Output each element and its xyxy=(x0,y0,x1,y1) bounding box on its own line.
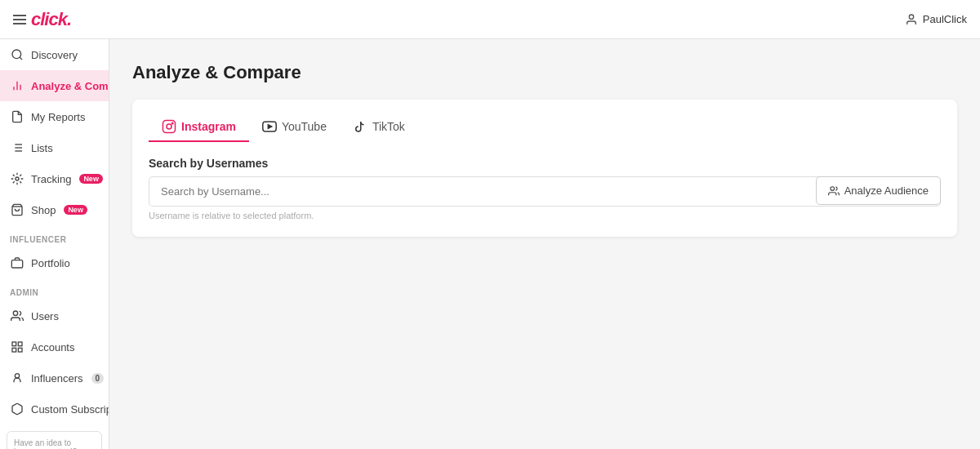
svg-point-0 xyxy=(909,15,913,19)
svg-point-25 xyxy=(831,186,835,190)
topbar: click. PaulClick xyxy=(0,0,980,39)
sidebar-item-custom-subscriptions[interactable]: Custom Subscriptions xyxy=(0,393,109,425)
sidebar-item-label: Tracking xyxy=(31,173,71,185)
svg-point-22 xyxy=(167,124,172,129)
svg-marker-24 xyxy=(268,125,271,129)
svg-line-2 xyxy=(20,57,22,60)
tiktok-icon xyxy=(353,119,368,134)
bar-chart-icon xyxy=(10,78,24,93)
sidebar-item-label: Lists xyxy=(31,142,53,154)
sidebar-item-shop[interactable]: Shop New xyxy=(0,194,109,225)
sidebar: Discovery Analyze & Compare My Reports xyxy=(0,39,109,449)
shop-icon xyxy=(10,202,24,217)
tracking-new-badge: New xyxy=(79,174,103,184)
list-icon xyxy=(10,140,24,155)
sidebar-item-label: Accounts xyxy=(31,341,74,353)
logo-area: click. xyxy=(13,9,71,30)
portfolio-icon xyxy=(10,256,24,270)
tab-youtube-label: YouTube xyxy=(282,120,327,133)
search-hint: Username is relative to selected platfor… xyxy=(149,211,941,220)
sidebar-item-label: Custom Subscriptions xyxy=(31,403,109,416)
analyze-audience-button[interactable]: Analyze Audience xyxy=(816,176,941,205)
sidebar-item-label: My Reports xyxy=(31,111,85,123)
sidebar-item-lists[interactable]: Lists xyxy=(0,132,109,163)
sidebar-item-influencers[interactable]: Influencers 0 xyxy=(0,362,109,393)
svg-rect-16 xyxy=(12,342,16,346)
tabs-card: Instagram YouTube xyxy=(132,100,957,237)
svg-point-15 xyxy=(13,311,17,315)
subscriptions-icon xyxy=(10,402,24,416)
tracking-icon xyxy=(10,171,24,186)
sidebar-item-analyze-compare[interactable]: Analyze & Compare xyxy=(0,70,109,101)
opinion-label: Have an idea to improve our tool? xyxy=(14,438,95,449)
sidebar-item-my-reports[interactable]: My Reports xyxy=(0,101,109,132)
search-input-row: Analyze Audience xyxy=(149,176,941,207)
sidebar-item-label: Discovery xyxy=(31,49,78,61)
analyze-audience-label: Analyze Audience xyxy=(844,184,929,197)
svg-point-1 xyxy=(12,50,21,59)
hamburger-menu[interactable] xyxy=(13,15,26,24)
sidebar-item-label: Analyze & Compare xyxy=(31,80,109,92)
sidebar-item-accounts[interactable]: Accounts xyxy=(0,331,109,362)
tab-instagram[interactable]: Instagram xyxy=(149,113,249,142)
main-layout: Discovery Analyze & Compare My Reports xyxy=(0,39,980,449)
page-title: Analyze & Compare xyxy=(132,62,957,83)
tab-youtube[interactable]: YouTube xyxy=(249,113,340,142)
influencer-section-label: INFLUENCER xyxy=(0,225,109,247)
search-section-title: Search by Usernames xyxy=(149,157,941,170)
svg-rect-21 xyxy=(163,121,176,133)
accounts-icon xyxy=(10,340,24,354)
sidebar-item-label: Influencers xyxy=(31,372,83,385)
youtube-icon xyxy=(262,119,277,134)
sidebar-item-portfolio[interactable]: Portfolio xyxy=(0,247,109,278)
sidebar-item-label: Portfolio xyxy=(31,257,70,269)
user-icon xyxy=(905,13,918,26)
users-icon xyxy=(10,309,24,323)
influencers-count-badge: 0 xyxy=(91,373,105,384)
logo-text: click. xyxy=(31,9,71,30)
file-icon xyxy=(10,109,24,124)
user-menu[interactable]: PaulClick xyxy=(905,13,967,26)
sidebar-item-tracking[interactable]: Tracking New xyxy=(0,163,109,194)
sidebar-item-discovery[interactable]: Discovery xyxy=(0,39,109,70)
analyze-icon xyxy=(828,185,840,197)
instagram-icon xyxy=(162,119,176,134)
influencers-icon xyxy=(10,371,24,385)
sidebar-item-label: Users xyxy=(31,310,59,322)
platform-tabs: Instagram YouTube xyxy=(149,113,941,142)
svg-point-12 xyxy=(16,177,19,180)
shop-new-badge: New xyxy=(64,205,87,215)
svg-rect-17 xyxy=(18,342,22,346)
user-name: PaulClick xyxy=(923,13,967,25)
opinion-box[interactable]: Have an idea to improve our tool? Your o… xyxy=(7,431,102,449)
main-content: Analyze & Compare Instagram xyxy=(109,39,980,449)
tab-tiktok-label: TikTok xyxy=(372,120,405,133)
svg-rect-18 xyxy=(18,348,22,352)
tab-instagram-label: Instagram xyxy=(181,120,236,133)
svg-point-23 xyxy=(172,122,173,124)
admin-section-label: ADMIN xyxy=(0,278,109,300)
svg-point-20 xyxy=(15,374,19,378)
sidebar-item-label: Shop xyxy=(31,204,56,216)
search-icon xyxy=(10,47,24,62)
sidebar-item-users[interactable]: Users xyxy=(0,300,109,331)
tab-tiktok[interactable]: TikTok xyxy=(340,113,418,142)
svg-rect-19 xyxy=(12,348,16,352)
svg-rect-14 xyxy=(11,260,22,268)
